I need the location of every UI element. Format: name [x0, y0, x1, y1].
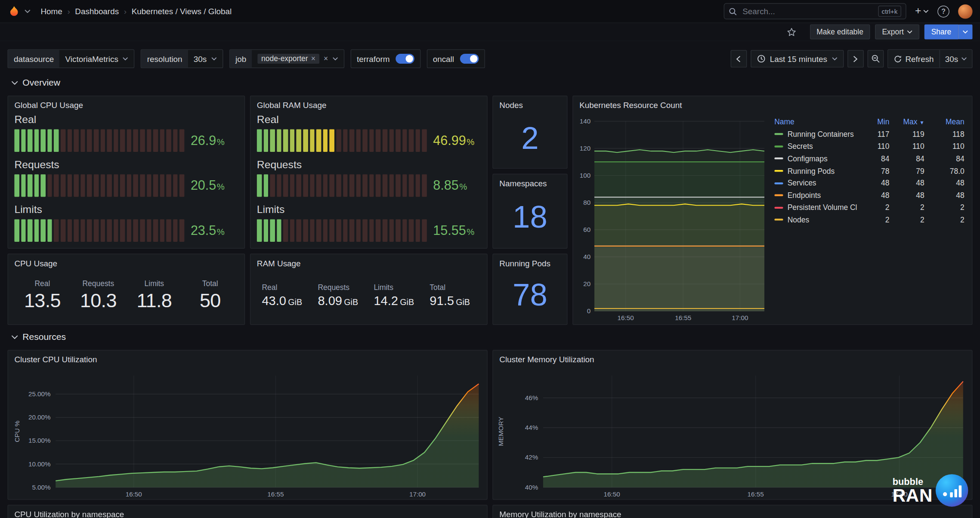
variable-controls: datasource VictoriaMetrics resolution 30…	[7, 49, 485, 68]
gauge-cell	[363, 174, 368, 197]
gauge-cell	[283, 174, 288, 197]
gauge-cell	[277, 174, 281, 197]
star-icon[interactable]	[787, 27, 796, 37]
gauge-cell	[396, 130, 400, 152]
help-icon[interactable]: ?	[937, 5, 949, 17]
share-button[interactable]: Share	[924, 25, 958, 40]
time-range-picker[interactable]: Last 15 minutes	[751, 50, 844, 68]
panel-title[interactable]: Global RAM Usage	[257, 101, 327, 110]
chevron-right-icon	[853, 56, 857, 62]
stat-unit: GiB	[456, 297, 470, 307]
gauge-cell	[316, 174, 321, 197]
panel-title[interactable]: Kubernetes Resource Count	[579, 101, 682, 110]
gauge-cell	[120, 219, 125, 242]
gauge-label: Requests	[14, 159, 238, 171]
bar-gauge-limits: Limits15.55%	[257, 204, 481, 242]
series-color-swatch	[774, 145, 783, 147]
clear-icon[interactable]: ×	[324, 54, 328, 63]
breadcrumb-current[interactable]: Kubernetes / Views / Global	[132, 6, 232, 16]
user-avatar[interactable]	[958, 4, 972, 18]
gauge-cell	[336, 219, 341, 242]
legend-row[interactable]: Running Containers117119118	[774, 128, 964, 140]
panel-title[interactable]: CPU Usage	[14, 259, 57, 268]
gauge-value: 23.5%	[191, 223, 238, 238]
time-back-button[interactable]	[730, 50, 747, 68]
panel-title[interactable]: Running Pods	[499, 259, 550, 268]
time-controls: Last 15 minutes Refres	[730, 49, 972, 68]
legend-row[interactable]: Running Pods787978.0	[774, 165, 964, 177]
gauge-cell	[80, 130, 85, 152]
grafana-logo-icon[interactable]	[7, 5, 20, 18]
legend-row[interactable]: Endpoints484848	[774, 189, 964, 201]
refresh-interval-picker[interactable]: 30s	[940, 50, 972, 68]
stat-value: 50	[200, 290, 221, 312]
legend-row[interactable]: Persistent Volume Claims222	[774, 201, 964, 213]
svg-text:16:50: 16:50	[604, 490, 620, 498]
legend-header-max[interactable]: Max ▼	[889, 117, 924, 126]
legend-header-mean[interactable]: Mean	[924, 117, 965, 126]
legend-row[interactable]: Secrets110110110	[774, 140, 964, 152]
search-box[interactable]: ctrl+k	[724, 3, 906, 19]
gauge-cell	[67, 219, 72, 242]
stat-label: Real	[262, 283, 277, 292]
refresh-button[interactable]: Refresh	[888, 50, 940, 68]
series-mean: 48	[924, 191, 965, 200]
panel-title[interactable]: Memory Utilization by namespace	[499, 510, 621, 518]
oncall-toggle[interactable]	[460, 54, 479, 64]
gauge-cell	[28, 130, 32, 152]
breadcrumb-home[interactable]: Home	[40, 6, 62, 16]
export-button[interactable]: Export	[875, 25, 919, 40]
chevron-down-icon	[923, 9, 929, 13]
terraform-toggle[interactable]	[396, 54, 414, 64]
series-min: 48	[857, 179, 890, 188]
gauge-cell	[14, 130, 19, 152]
gauge-cell	[167, 130, 171, 152]
series-name: Persistent Volume Claims	[788, 203, 857, 212]
gauge-cell	[41, 130, 46, 152]
legend-header-min[interactable]: Min	[857, 117, 890, 126]
panel-title[interactable]: Namespaces	[499, 179, 547, 188]
cluster-cpu-chart[interactable]: 5.00%10.00%15.00%20.00%25.00%16:5016:551…	[8, 351, 488, 500]
panel-title[interactable]: CPU Utilization by namespace	[14, 510, 124, 518]
time-forward-button[interactable]	[847, 50, 863, 68]
share-caret-button[interactable]	[958, 25, 972, 40]
panel-title[interactable]: Cluster CPU Utilization	[14, 355, 97, 364]
legend-header-name[interactable]: Name	[774, 117, 857, 126]
legend-row[interactable]: Configmaps848484	[774, 153, 964, 165]
gauge-cell	[369, 174, 374, 197]
svg-text:20: 20	[583, 280, 590, 287]
svg-text:25.00%: 25.00%	[28, 390, 51, 398]
section-overview[interactable]: Overview	[11, 77, 60, 87]
stat-total: Total50	[182, 271, 238, 321]
legend-row[interactable]: Nodes222	[774, 214, 964, 226]
chevron-down-icon	[11, 335, 18, 339]
gauge-cell	[416, 174, 420, 197]
add-menu-button[interactable]: +	[915, 5, 929, 18]
datasource-picker[interactable]: datasource VictoriaMetrics	[7, 49, 134, 68]
legend-row[interactable]: Services484848	[774, 177, 964, 189]
svg-text:16:55: 16:55	[748, 490, 764, 498]
legend-table: NameMinMax ▼Mean Running Containers11711…	[774, 117, 964, 226]
breadcrumb-dashboards[interactable]: Dashboards	[75, 6, 119, 16]
zoom-out-button[interactable]	[867, 50, 884, 68]
panel-title[interactable]: Nodes	[499, 101, 523, 110]
panel-title[interactable]: Cluster Memory Utilization	[499, 355, 594, 364]
panel-title[interactable]: RAM Usage	[257, 259, 301, 268]
datasource-label: datasource	[8, 50, 60, 68]
chip-remove-icon[interactable]: ×	[311, 54, 315, 63]
nav-chevron-down-icon[interactable]	[25, 9, 31, 13]
chevron-down-icon	[211, 57, 216, 61]
stat-row: Real13.5Requests10.3Limits11.8Total50	[14, 271, 238, 321]
search-input[interactable]	[741, 6, 873, 17]
section-resources[interactable]: Resources	[11, 332, 66, 342]
gauge-cell	[21, 130, 26, 152]
make-editable-button[interactable]: Make editable	[810, 25, 870, 40]
svg-text:120: 120	[580, 145, 590, 152]
job-chip[interactable]: node-exporter ×	[257, 54, 319, 64]
breadcrumb-separator: ›	[67, 6, 70, 16]
series-color-swatch	[774, 207, 783, 208]
resolution-picker[interactable]: resolution 30s	[141, 49, 223, 68]
gauge-cell	[167, 219, 171, 242]
job-picker[interactable]: job node-exporter × ×	[229, 49, 344, 68]
panel-title[interactable]: Global CPU Usage	[14, 101, 83, 110]
